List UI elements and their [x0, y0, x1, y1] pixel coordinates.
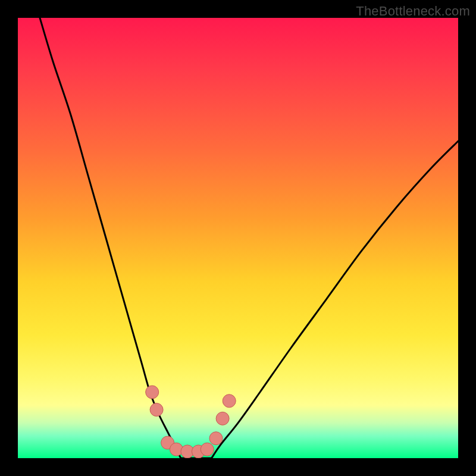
curve-left-curve	[40, 18, 181, 458]
marker-point	[150, 403, 163, 416]
marker-point	[216, 412, 229, 425]
marker-point	[146, 386, 159, 399]
marker-point	[201, 443, 214, 456]
curve-group	[40, 18, 458, 458]
marker-point	[223, 394, 236, 408]
marker-point	[209, 432, 223, 445]
curve-right-curve	[212, 141, 458, 458]
watermark-text: TheBottleneck.com	[356, 4, 470, 19]
chart-area	[18, 18, 458, 458]
marker-group	[146, 386, 236, 458]
bottleneck-plot	[18, 18, 458, 458]
